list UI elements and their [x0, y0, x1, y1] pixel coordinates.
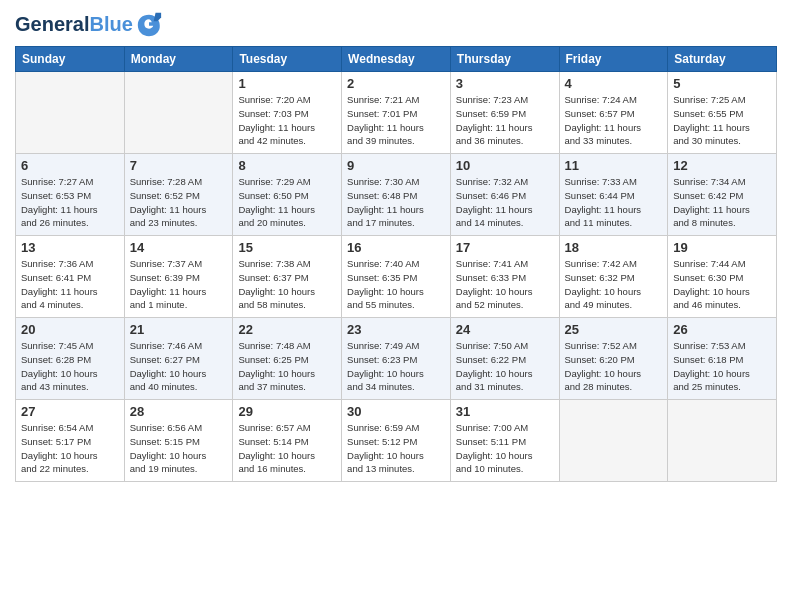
day-number: 2 [347, 76, 445, 91]
day-info: Sunrise: 7:34 AM Sunset: 6:42 PM Dayligh… [673, 175, 771, 230]
calendar-week-row: 27Sunrise: 6:54 AM Sunset: 5:17 PM Dayli… [16, 400, 777, 482]
logo: GeneralBlue [15, 10, 163, 38]
day-info: Sunrise: 7:41 AM Sunset: 6:33 PM Dayligh… [456, 257, 554, 312]
day-number: 11 [565, 158, 663, 173]
day-info: Sunrise: 7:50 AM Sunset: 6:22 PM Dayligh… [456, 339, 554, 394]
weekday-header-saturday: Saturday [668, 47, 777, 72]
day-number: 7 [130, 158, 228, 173]
day-info: Sunrise: 7:20 AM Sunset: 7:03 PM Dayligh… [238, 93, 336, 148]
day-info: Sunrise: 7:38 AM Sunset: 6:37 PM Dayligh… [238, 257, 336, 312]
calendar-cell: 24Sunrise: 7:50 AM Sunset: 6:22 PM Dayli… [450, 318, 559, 400]
day-info: Sunrise: 7:45 AM Sunset: 6:28 PM Dayligh… [21, 339, 119, 394]
calendar-cell: 17Sunrise: 7:41 AM Sunset: 6:33 PM Dayli… [450, 236, 559, 318]
day-info: Sunrise: 7:40 AM Sunset: 6:35 PM Dayligh… [347, 257, 445, 312]
day-info: Sunrise: 7:33 AM Sunset: 6:44 PM Dayligh… [565, 175, 663, 230]
day-number: 6 [21, 158, 119, 173]
calendar-cell: 10Sunrise: 7:32 AM Sunset: 6:46 PM Dayli… [450, 154, 559, 236]
day-info: Sunrise: 6:59 AM Sunset: 5:12 PM Dayligh… [347, 421, 445, 476]
calendar-cell: 3Sunrise: 7:23 AM Sunset: 6:59 PM Daylig… [450, 72, 559, 154]
calendar-cell: 27Sunrise: 6:54 AM Sunset: 5:17 PM Dayli… [16, 400, 125, 482]
calendar-cell: 1Sunrise: 7:20 AM Sunset: 7:03 PM Daylig… [233, 72, 342, 154]
calendar-cell: 15Sunrise: 7:38 AM Sunset: 6:37 PM Dayli… [233, 236, 342, 318]
day-number: 25 [565, 322, 663, 337]
day-number: 28 [130, 404, 228, 419]
calendar-cell: 16Sunrise: 7:40 AM Sunset: 6:35 PM Dayli… [342, 236, 451, 318]
day-info: Sunrise: 7:42 AM Sunset: 6:32 PM Dayligh… [565, 257, 663, 312]
main-container: GeneralBlue SundayMondayTuesdayWednesday… [0, 0, 792, 492]
day-number: 3 [456, 76, 554, 91]
calendar-cell: 22Sunrise: 7:48 AM Sunset: 6:25 PM Dayli… [233, 318, 342, 400]
calendar-week-row: 1Sunrise: 7:20 AM Sunset: 7:03 PM Daylig… [16, 72, 777, 154]
calendar-week-row: 13Sunrise: 7:36 AM Sunset: 6:41 PM Dayli… [16, 236, 777, 318]
calendar-cell: 26Sunrise: 7:53 AM Sunset: 6:18 PM Dayli… [668, 318, 777, 400]
calendar-cell: 19Sunrise: 7:44 AM Sunset: 6:30 PM Dayli… [668, 236, 777, 318]
calendar-cell: 2Sunrise: 7:21 AM Sunset: 7:01 PM Daylig… [342, 72, 451, 154]
day-info: Sunrise: 7:30 AM Sunset: 6:48 PM Dayligh… [347, 175, 445, 230]
day-info: Sunrise: 7:53 AM Sunset: 6:18 PM Dayligh… [673, 339, 771, 394]
calendar-cell: 30Sunrise: 6:59 AM Sunset: 5:12 PM Dayli… [342, 400, 451, 482]
calendar-cell [16, 72, 125, 154]
header: GeneralBlue [15, 10, 777, 38]
calendar-cell: 5Sunrise: 7:25 AM Sunset: 6:55 PM Daylig… [668, 72, 777, 154]
weekday-header-monday: Monday [124, 47, 233, 72]
day-number: 15 [238, 240, 336, 255]
day-number: 12 [673, 158, 771, 173]
weekday-header-wednesday: Wednesday [342, 47, 451, 72]
day-number: 23 [347, 322, 445, 337]
calendar-cell: 13Sunrise: 7:36 AM Sunset: 6:41 PM Dayli… [16, 236, 125, 318]
day-info: Sunrise: 6:56 AM Sunset: 5:15 PM Dayligh… [130, 421, 228, 476]
day-info: Sunrise: 6:57 AM Sunset: 5:14 PM Dayligh… [238, 421, 336, 476]
calendar-cell: 28Sunrise: 6:56 AM Sunset: 5:15 PM Dayli… [124, 400, 233, 482]
day-info: Sunrise: 7:23 AM Sunset: 6:59 PM Dayligh… [456, 93, 554, 148]
day-number: 17 [456, 240, 554, 255]
day-number: 30 [347, 404, 445, 419]
day-number: 26 [673, 322, 771, 337]
calendar-cell: 25Sunrise: 7:52 AM Sunset: 6:20 PM Dayli… [559, 318, 668, 400]
day-info: Sunrise: 7:32 AM Sunset: 6:46 PM Dayligh… [456, 175, 554, 230]
calendar-cell: 14Sunrise: 7:37 AM Sunset: 6:39 PM Dayli… [124, 236, 233, 318]
day-number: 1 [238, 76, 336, 91]
day-info: Sunrise: 7:37 AM Sunset: 6:39 PM Dayligh… [130, 257, 228, 312]
day-number: 29 [238, 404, 336, 419]
day-info: Sunrise: 7:27 AM Sunset: 6:53 PM Dayligh… [21, 175, 119, 230]
day-info: Sunrise: 7:00 AM Sunset: 5:11 PM Dayligh… [456, 421, 554, 476]
day-number: 16 [347, 240, 445, 255]
day-number: 31 [456, 404, 554, 419]
calendar-week-row: 6Sunrise: 7:27 AM Sunset: 6:53 PM Daylig… [16, 154, 777, 236]
day-info: Sunrise: 7:24 AM Sunset: 6:57 PM Dayligh… [565, 93, 663, 148]
day-number: 10 [456, 158, 554, 173]
day-number: 14 [130, 240, 228, 255]
calendar-cell: 11Sunrise: 7:33 AM Sunset: 6:44 PM Dayli… [559, 154, 668, 236]
day-info: Sunrise: 7:29 AM Sunset: 6:50 PM Dayligh… [238, 175, 336, 230]
calendar-cell [124, 72, 233, 154]
calendar-cell: 31Sunrise: 7:00 AM Sunset: 5:11 PM Dayli… [450, 400, 559, 482]
weekday-header-row: SundayMondayTuesdayWednesdayThursdayFrid… [16, 47, 777, 72]
calendar-cell: 12Sunrise: 7:34 AM Sunset: 6:42 PM Dayli… [668, 154, 777, 236]
day-info: Sunrise: 7:21 AM Sunset: 7:01 PM Dayligh… [347, 93, 445, 148]
weekday-header-friday: Friday [559, 47, 668, 72]
calendar-cell [668, 400, 777, 482]
day-number: 9 [347, 158, 445, 173]
calendar-cell: 6Sunrise: 7:27 AM Sunset: 6:53 PM Daylig… [16, 154, 125, 236]
day-number: 19 [673, 240, 771, 255]
day-info: Sunrise: 6:54 AM Sunset: 5:17 PM Dayligh… [21, 421, 119, 476]
weekday-header-thursday: Thursday [450, 47, 559, 72]
calendar-cell: 18Sunrise: 7:42 AM Sunset: 6:32 PM Dayli… [559, 236, 668, 318]
day-info: Sunrise: 7:49 AM Sunset: 6:23 PM Dayligh… [347, 339, 445, 394]
calendar-cell: 20Sunrise: 7:45 AM Sunset: 6:28 PM Dayli… [16, 318, 125, 400]
calendar-cell: 7Sunrise: 7:28 AM Sunset: 6:52 PM Daylig… [124, 154, 233, 236]
day-info: Sunrise: 7:52 AM Sunset: 6:20 PM Dayligh… [565, 339, 663, 394]
weekday-header-sunday: Sunday [16, 47, 125, 72]
calendar-week-row: 20Sunrise: 7:45 AM Sunset: 6:28 PM Dayli… [16, 318, 777, 400]
logo-icon [135, 10, 163, 38]
day-number: 13 [21, 240, 119, 255]
weekday-header-tuesday: Tuesday [233, 47, 342, 72]
logo-text: GeneralBlue [15, 13, 133, 35]
calendar-cell: 8Sunrise: 7:29 AM Sunset: 6:50 PM Daylig… [233, 154, 342, 236]
calendar-cell [559, 400, 668, 482]
calendar-cell: 23Sunrise: 7:49 AM Sunset: 6:23 PM Dayli… [342, 318, 451, 400]
calendar-table: SundayMondayTuesdayWednesdayThursdayFrid… [15, 46, 777, 482]
day-number: 22 [238, 322, 336, 337]
calendar-cell: 21Sunrise: 7:46 AM Sunset: 6:27 PM Dayli… [124, 318, 233, 400]
calendar-cell: 29Sunrise: 6:57 AM Sunset: 5:14 PM Dayli… [233, 400, 342, 482]
